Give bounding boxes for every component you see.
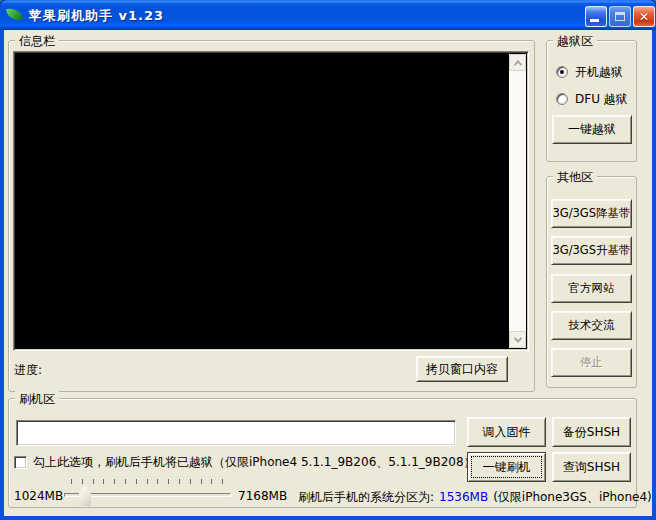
radio-icon [556, 93, 568, 105]
stop-button: 停止 [551, 348, 632, 377]
upgrade-baseband-button[interactable]: 3G/3GS升基带 [551, 236, 632, 265]
slider-tick-marks [71, 479, 231, 484]
radio-boot-jailbreak[interactable]: 开机越狱 [556, 65, 623, 79]
info-panel-label: 信息栏 [15, 33, 59, 50]
partition-info-value: 1536MB [439, 490, 488, 504]
load-firmware-button[interactable]: 调入固件 [467, 417, 546, 447]
app-leaf-icon [6, 7, 23, 22]
one-key-jailbreak-button[interactable]: 一键越狱 [552, 115, 632, 144]
tech-exchange-button[interactable]: 技术交流 [551, 311, 632, 340]
partition-max-label: 7168MB [238, 489, 287, 503]
radio-dfu-jailbreak[interactable]: DFU 越狱 [556, 92, 628, 106]
close-button[interactable]: ✕ [633, 6, 655, 27]
query-shsh-button[interactable]: 查询SHSH [552, 452, 631, 482]
maximize-icon [615, 12, 625, 21]
chevron-up-icon [513, 60, 521, 68]
other-panel-label: 其他区 [553, 169, 597, 186]
close-icon: ✕ [639, 11, 649, 23]
copy-window-content-button[interactable]: 拷贝窗口内容 [416, 356, 508, 382]
flash-panel-label: 刷机区 [15, 391, 59, 408]
radio-dot-icon [560, 70, 564, 74]
one-key-flash-button[interactable]: 一键刷机 [467, 452, 546, 482]
console-output [13, 51, 529, 351]
checkbox-icon: ✓ [14, 456, 27, 469]
firmware-path-input[interactable] [16, 420, 456, 446]
progress-label: 进度: [14, 362, 42, 379]
partition-info-prefix: 刷机后手机的系统分区为: [298, 490, 434, 504]
jailbreak-checkbox-label: 勾上此选项，刷机后手机将已越狱（仅限iPhone4 5.1.1_9B206、5.… [33, 454, 476, 471]
backup-shsh-button[interactable]: 备份SHSH [552, 417, 631, 447]
scroll-down-button[interactable] [509, 331, 526, 348]
minimize-icon [590, 19, 599, 22]
chevron-down-icon [513, 334, 521, 342]
client-area: 信息栏 进度: 拷贝窗口内容 越狱区 开机越狱 DFU 越狱 一键越狱 其他区 [4, 30, 652, 516]
scroll-up-button[interactable] [509, 54, 526, 71]
jailbreak-after-flash-checkbox[interactable]: ✓ 勾上此选项，刷机后手机将已越狱（仅限iPhone4 5.1.1_9B206、… [14, 454, 476, 471]
radio-icon [556, 66, 568, 78]
titlebar[interactable]: 苹果刷机助手 v1.23 ✕ [0, 0, 656, 30]
minimize-button[interactable] [585, 6, 607, 27]
partition-info-suffix: (仅限iPhone3GS、iPhone4) [493, 490, 652, 504]
radio-dfu-jailbreak-label: DFU 越狱 [575, 91, 628, 108]
maximize-button[interactable] [609, 6, 631, 27]
app-window: 苹果刷机助手 v1.23 ✕ 信息栏 进度: 拷贝窗口内容 越狱区 开机越狱 [0, 0, 656, 520]
official-website-button[interactable]: 官方网站 [551, 274, 632, 303]
partition-min-label: 1024MB [14, 489, 63, 503]
window-title: 苹果刷机助手 v1.23 [29, 7, 164, 25]
downgrade-baseband-button[interactable]: 3G/3GS降基带 [551, 199, 632, 228]
jailbreak-panel-label: 越狱区 [553, 33, 597, 50]
radio-boot-jailbreak-label: 开机越狱 [575, 64, 623, 81]
console-scrollbar[interactable] [509, 54, 526, 348]
scrollbar-track[interactable] [509, 71, 526, 331]
partition-info-text: 刷机后手机的系统分区为:1536MB(仅限iPhone3GS、iPhone4) [298, 489, 652, 506]
